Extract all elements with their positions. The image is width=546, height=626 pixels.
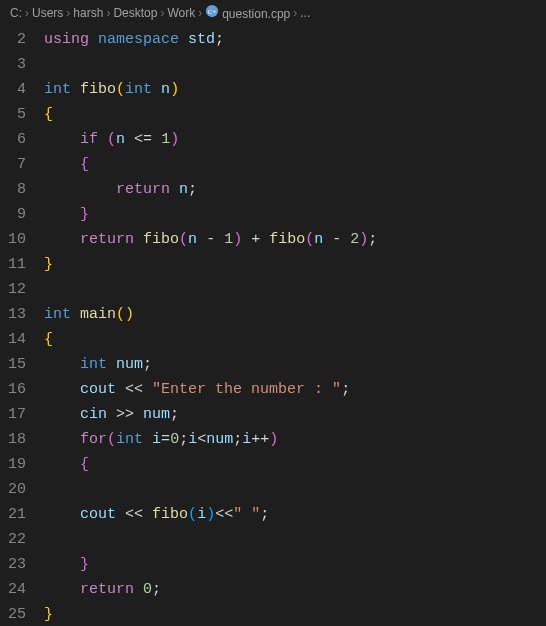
token: (: [179, 231, 188, 248]
code-line[interactable]: }: [44, 602, 546, 626]
code-line[interactable]: return 0;: [44, 577, 546, 602]
token: ): [170, 81, 179, 98]
token: <<: [215, 506, 233, 523]
breadcrumb-item[interactable]: C+question.cpp: [205, 4, 290, 21]
breadcrumb-item[interactable]: ...: [300, 6, 310, 20]
token: 0: [143, 581, 152, 598]
token: [134, 581, 143, 598]
token: int: [44, 306, 71, 323]
code-line[interactable]: {: [44, 327, 546, 352]
token: [260, 231, 269, 248]
token: int: [44, 81, 71, 98]
line-number: 3: [8, 52, 26, 77]
code-line[interactable]: }: [44, 552, 546, 577]
line-number: 11: [8, 252, 26, 277]
token: [44, 456, 80, 473]
code-line[interactable]: int num;: [44, 352, 546, 377]
token: [44, 156, 80, 173]
line-number: 17: [8, 402, 26, 427]
token: [44, 556, 80, 573]
code-line[interactable]: int fibo(int n): [44, 77, 546, 102]
code-line[interactable]: cin >> num;: [44, 402, 546, 427]
code-line[interactable]: if (n <= 1): [44, 127, 546, 152]
token: [116, 381, 125, 398]
line-number: 14: [8, 327, 26, 352]
breadcrumb-item[interactable]: Users: [32, 6, 63, 20]
code-content[interactable]: using namespace std; int fibo(int n){ if…: [44, 25, 546, 626]
token: [323, 231, 332, 248]
token: [143, 506, 152, 523]
token: [143, 381, 152, 398]
token: i: [188, 431, 197, 448]
breadcrumb-item[interactable]: harsh: [73, 6, 103, 20]
code-line[interactable]: }: [44, 252, 546, 277]
token: return: [80, 231, 134, 248]
breadcrumb-label: question.cpp: [222, 7, 290, 21]
token: [89, 31, 98, 48]
token: <<: [125, 381, 143, 398]
breadcrumb[interactable]: C:›Users›harsh›Desktop›Work›C+question.c…: [0, 0, 546, 25]
token: -: [332, 231, 341, 248]
breadcrumb-item[interactable]: Desktop: [113, 6, 157, 20]
code-line[interactable]: {: [44, 102, 546, 127]
token: ;: [179, 431, 188, 448]
token: (: [107, 431, 116, 448]
token: {: [44, 331, 53, 348]
breadcrumb-item[interactable]: C:: [10, 6, 22, 20]
code-line[interactable]: cout << fibo(i)<<" ";: [44, 502, 546, 527]
code-line[interactable]: cout << "Enter the number : ";: [44, 377, 546, 402]
token: ;: [341, 381, 350, 398]
token: [44, 356, 80, 373]
breadcrumb-label: Desktop: [113, 6, 157, 20]
token: " ": [233, 506, 260, 523]
code-line[interactable]: return n;: [44, 177, 546, 202]
editor-area[interactable]: 2345678910111213141516171819202122232425…: [0, 25, 546, 626]
token: [44, 406, 80, 423]
code-line[interactable]: [44, 477, 546, 502]
code-line[interactable]: [44, 52, 546, 77]
token: [197, 231, 206, 248]
line-number: 12: [8, 277, 26, 302]
token: }: [44, 256, 53, 273]
code-line[interactable]: [44, 527, 546, 552]
token: <=: [134, 131, 152, 148]
line-number: 4: [8, 77, 26, 102]
token: ;: [233, 431, 242, 448]
line-number: 2: [8, 27, 26, 52]
token: num: [206, 431, 233, 448]
token: (: [305, 231, 314, 248]
line-number: 8: [8, 177, 26, 202]
code-line[interactable]: {: [44, 152, 546, 177]
line-number: 6: [8, 127, 26, 152]
breadcrumb-item[interactable]: Work: [167, 6, 195, 20]
code-line[interactable]: int main(): [44, 302, 546, 327]
line-number: 15: [8, 352, 26, 377]
chevron-right-icon: ›: [106, 6, 110, 20]
token: +: [251, 231, 260, 248]
token: for: [80, 431, 107, 448]
token: [170, 181, 179, 198]
token: num: [143, 406, 170, 423]
code-line[interactable]: [44, 277, 546, 302]
code-line[interactable]: return fibo(n - 1) + fibo(n - 2);: [44, 227, 546, 252]
token: [71, 306, 80, 323]
token: 2: [350, 231, 359, 248]
chevron-right-icon: ›: [160, 6, 164, 20]
token: i: [242, 431, 251, 448]
token: [152, 131, 161, 148]
token: ): [170, 131, 179, 148]
token: }: [44, 606, 53, 623]
token: [152, 81, 161, 98]
token: ): [359, 231, 368, 248]
code-line[interactable]: {: [44, 452, 546, 477]
token: {: [80, 456, 89, 473]
code-line[interactable]: for(int i=0;i<num;i++): [44, 427, 546, 452]
token: n: [161, 81, 170, 98]
code-line[interactable]: using namespace std;: [44, 27, 546, 52]
token: [44, 506, 80, 523]
token: ;: [215, 31, 224, 48]
cpp-file-icon: C+: [205, 4, 219, 18]
token: [44, 206, 80, 223]
breadcrumb-label: ...: [300, 6, 310, 20]
code-line[interactable]: }: [44, 202, 546, 227]
